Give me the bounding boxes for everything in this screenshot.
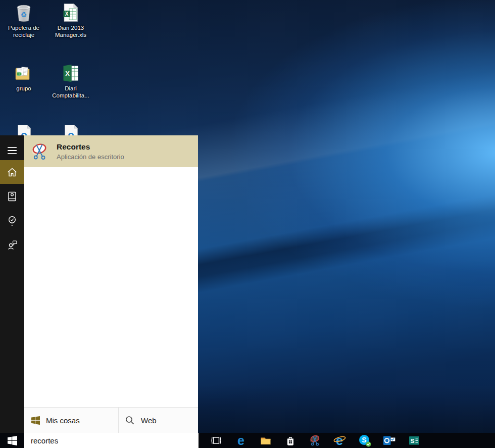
start-button[interactable]: [0, 433, 24, 448]
desktop-icon-recycle-bin[interactable]: ♻ Papelera de reciclaje: [2, 3, 46, 39]
sharepoint-icon: S: [408, 434, 420, 446]
file-explorer-button[interactable]: [253, 433, 278, 448]
edge-icon: e: [234, 434, 247, 447]
outlook-button[interactable]: [377, 433, 402, 448]
sidebar-item-menu[interactable]: [0, 141, 24, 160]
my-stuff-button[interactable]: Mis cosas: [24, 408, 119, 433]
taskbar-search-input[interactable]: recortes: [24, 433, 199, 448]
web-button[interactable]: Web: [119, 408, 198, 433]
desktop-icon-diari-2013-manager[interactable]: X Diari 2013 Manager.xls: [48, 3, 93, 39]
feedback-icon: [6, 239, 18, 251]
my-stuff-label: Mis cosas: [46, 416, 80, 425]
web-label: Web: [141, 416, 157, 425]
sidebar-item-home[interactable]: [0, 160, 24, 184]
internet-explorer-icon: e: [333, 434, 346, 447]
hamburger-icon: [7, 146, 17, 155]
folder-documents-icon: [14, 63, 34, 83]
store-icon: [284, 434, 296, 446]
reminders-icon: [6, 215, 18, 227]
windows-start-icon: [8, 436, 17, 445]
notebook-icon: [6, 190, 18, 203]
file-explorer-icon: [260, 434, 272, 446]
search-result-recortes[interactable]: Recortes Aplicación de escritorio: [24, 135, 198, 167]
internet-explorer-button[interactable]: e: [327, 433, 352, 448]
svg-text:S: S: [410, 438, 414, 444]
panel-footer: Mis cosas Web: [24, 407, 198, 433]
panel-body: [24, 167, 198, 407]
svg-text:S: S: [362, 436, 366, 444]
taskbar-search-value: recortes: [31, 436, 58, 445]
snipping-tool-icon: [309, 434, 322, 447]
desktop-icon-label: Papelera de reciclaje: [2, 25, 46, 39]
excel-x-glyph: X: [65, 70, 70, 77]
cortana-search-panel: Recortes Aplicación de escritorio Mis co…: [24, 135, 198, 433]
edge-button[interactable]: e: [228, 433, 253, 448]
desktop-icon-label: Diari 2013 Manager.xls: [48, 25, 93, 39]
excel-xls-doc-icon: X: [61, 3, 81, 23]
recycle-symbol: ♻: [21, 11, 27, 19]
outlook-icon: [383, 434, 396, 446]
result-title: Recortes: [57, 142, 124, 152]
store-button[interactable]: [278, 433, 303, 448]
taskbar: recortes e: [0, 433, 495, 448]
result-subtitle: Aplicación de escritorio: [57, 153, 124, 161]
desktop-icon-grupo[interactable]: grupo: [2, 63, 46, 92]
skype-button[interactable]: S: [352, 433, 377, 448]
excel-2013-doc-icon: X: [61, 63, 81, 83]
svg-text:e: e: [237, 434, 244, 447]
home-icon: [6, 166, 18, 178]
task-view-button[interactable]: [204, 433, 228, 448]
snipping-tool-icon: [30, 141, 50, 162]
windows-logo-icon: [31, 416, 40, 425]
snipping-tool-button[interactable]: [303, 433, 327, 448]
sharepoint-button[interactable]: S: [402, 433, 426, 448]
recycle-bin-icon: ♻: [14, 3, 34, 23]
sidebar-item-notebook[interactable]: [0, 184, 24, 209]
excel-x-glyph: X: [65, 11, 69, 17]
sidebar-item-feedback[interactable]: [0, 233, 24, 257]
cortana-sidebar: [0, 135, 24, 433]
desktop-icon-label: Diari Comptabilita...: [48, 85, 93, 99]
skype-icon: S: [358, 434, 371, 447]
sidebar-item-reminders[interactable]: [0, 209, 24, 233]
task-view-icon: [210, 434, 222, 446]
desktop-icon-diari-comptabilita[interactable]: X Diari Comptabilita...: [48, 63, 93, 99]
result-text: Recortes Aplicación de escritorio: [57, 142, 124, 161]
search-icon: [125, 415, 135, 425]
desktop-icon-label: grupo: [2, 85, 46, 92]
